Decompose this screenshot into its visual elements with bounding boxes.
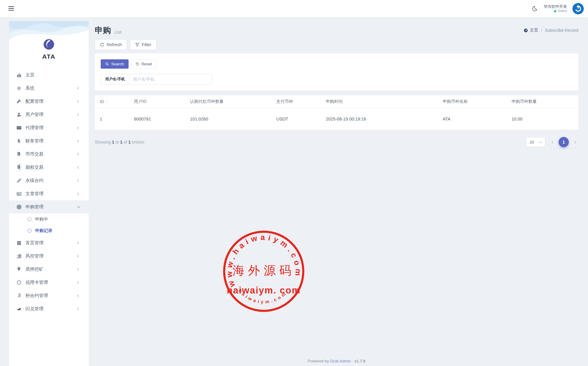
svg-text:www.haiwaiym.com: www.haiwaiym.com — [225, 233, 303, 288]
page-subtitle: List — [114, 26, 121, 34]
sidebar-subitem-subscribing[interactable]: 申购中 — [9, 213, 89, 225]
chevron-left-icon — [77, 192, 80, 195]
dark-mode-toggle-icon[interactable] — [532, 5, 538, 12]
sort-asc-icon[interactable]: ↑ — [106, 100, 108, 104]
link-icon — [16, 178, 22, 183]
column-header-id[interactable]: ID ↑ — [100, 99, 134, 104]
sidebar-item-credit-card[interactable]: 信用卡管理 — [9, 276, 89, 289]
chevron-left-icon — [77, 166, 80, 169]
sidebar-item-system[interactable]: 系统 — [9, 82, 89, 95]
field-label: 用户名/手机 — [101, 74, 129, 84]
filter-button[interactable]: Filter — [130, 39, 156, 50]
sidebar-item-second-contract[interactable]: 5 秒合约管理 — [9, 289, 89, 302]
main-content: 申购 List 主页 / Subscribe-Record Refresh Fi… — [95, 17, 578, 148]
entries-summary: Showing 1 to 1 of 1 entries — [95, 140, 144, 144]
sidebar-item-risk[interactable]: 风控管理 — [9, 249, 89, 263]
page-title: 申购 — [95, 25, 111, 36]
next-page-icon[interactable] — [573, 141, 576, 144]
svg-text:haiwaiym.com: haiwaiym.com — [238, 288, 288, 304]
coin-b-icon: B — [16, 151, 22, 157]
radio-circle-icon — [28, 217, 31, 221]
records-table: ID ↑ 用户ID 认购付款币种数量 支付币种 申购时间 申购币种名称 申购币种… — [95, 95, 578, 130]
refresh-button[interactable]: Refresh — [95, 39, 127, 50]
chevron-left-icon — [77, 153, 80, 156]
sidebar-item-staking[interactable]: ¥ 质押挖矿 — [9, 263, 89, 276]
chevron-left-icon — [77, 87, 80, 90]
user-block[interactable]: 华兴软件开发 Online — [544, 4, 567, 13]
chevron-left-icon — [77, 254, 80, 257]
user-name: 华兴软件开发 — [544, 4, 567, 9]
yen-icon: ¥ — [16, 266, 22, 272]
prev-page-icon[interactable] — [552, 141, 555, 144]
cell-time: 2025-06-19 00:19:16 — [326, 117, 443, 121]
stamp-center-en: haiwaiym. com — [227, 285, 301, 296]
id-card-icon — [16, 125, 22, 130]
watermark-stamp: www.haiwaiym.com 海外源码 haiwaiym. com haiw… — [222, 230, 305, 313]
cell-coin-name: ATA — [443, 117, 512, 121]
radio-circle-icon — [28, 229, 31, 233]
chevron-left-icon — [77, 294, 80, 297]
circle-icon — [16, 280, 22, 285]
sidebar-subitem-subscribe-record[interactable]: 申购记录 — [9, 225, 89, 236]
toolbar: Refresh Filter — [95, 39, 578, 50]
life-ring-icon — [16, 204, 22, 210]
online-dot-icon — [554, 10, 556, 12]
chevron-left-icon — [77, 113, 80, 116]
page-size-select[interactable]: 20 — [526, 137, 545, 147]
newspaper-icon — [16, 191, 22, 196]
refresh-icon — [100, 43, 104, 47]
current-page-button[interactable]: 1 — [559, 137, 569, 147]
gear-icon — [16, 85, 22, 91]
sidebar-item-articles[interactable]: 文章管理 — [9, 187, 89, 200]
search-button[interactable]: Search — [101, 59, 129, 69]
breadcrumb-current: Subscribe-Record — [545, 28, 578, 33]
sidebar-item-flash-exchange[interactable]: 闪兑管理 — [9, 302, 89, 315]
column-header-coin-name: 申购币种名称 — [443, 99, 512, 104]
sidebar-item-users[interactable]: 用户管理 — [9, 108, 89, 121]
cell-coin-amount: 10.00 — [512, 117, 573, 121]
chart-bar-icon — [16, 72, 22, 78]
sidebar-item-finance[interactable]: $ 财务管理 — [9, 134, 89, 147]
topbar: 华兴软件开发 Online — [0, 0, 588, 17]
cell-pay-coin: USDT — [276, 117, 326, 121]
wrench-icon — [16, 99, 22, 104]
sidebar-item-agents[interactable]: 代理管理 — [9, 121, 89, 134]
pagination: 20 1 — [526, 136, 578, 148]
reset-button[interactable]: Reset — [131, 59, 156, 69]
five-icon: 5 — [16, 293, 22, 298]
outdent-icon — [16, 253, 22, 259]
column-header-pay-amount: 认购付款币种数量 — [190, 99, 276, 104]
breadcrumb: 主页 / Subscribe-Record — [524, 28, 578, 33]
sidebar-item-options-trade[interactable]: B 期权交易 — [9, 161, 89, 174]
chevron-left-icon — [77, 281, 80, 284]
user-icon — [16, 112, 22, 117]
sidebar-item-homepage[interactable]: 首页管理 — [9, 236, 89, 249]
brand-logo[interactable]: ATA — [9, 21, 89, 60]
chevron-left-icon — [77, 139, 80, 142]
chevron-left-icon — [77, 100, 80, 103]
stamp-arc-bottom-text: haiwaiym.com — [238, 288, 288, 304]
chevron-left-icon — [77, 179, 80, 182]
sidebar-item-home[interactable]: 主页 — [9, 68, 89, 82]
dog-icon — [16, 306, 22, 311]
sidebar-toggle-icon[interactable] — [8, 6, 14, 11]
stamp-ring — [224, 232, 303, 311]
page-footer: Powered by Dcat Admin · v1.7.8 — [95, 359, 578, 363]
dcat-admin-link[interactable]: Dcat Admin — [330, 359, 351, 363]
cell-user-id: 6000791 — [134, 117, 190, 121]
breadcrumb-home-link[interactable]: 主页 — [524, 28, 538, 33]
search-icon — [105, 62, 109, 66]
reset-icon — [135, 62, 139, 66]
avatar[interactable] — [572, 3, 584, 14]
sidebar-item-subscribe[interactable]: 申购管理 — [9, 200, 89, 213]
dollar-icon: $ — [16, 138, 22, 144]
sidebar-item-config[interactable]: 配置管理 — [9, 95, 89, 108]
chevron-left-icon — [77, 126, 80, 129]
sidebar-item-spot-trade[interactable]: B 币币交易 — [9, 147, 89, 161]
table-row[interactable]: 1 6000791 101.0260 USDT 2025-06-19 00:19… — [95, 108, 578, 130]
cell-id: 1 — [100, 117, 134, 121]
username-phone-input[interactable] — [129, 74, 212, 84]
sidebar-item-perpetual[interactable]: 永续合约 — [9, 174, 89, 187]
brand-logo-icon — [43, 38, 55, 50]
user-status: Online — [544, 9, 567, 13]
